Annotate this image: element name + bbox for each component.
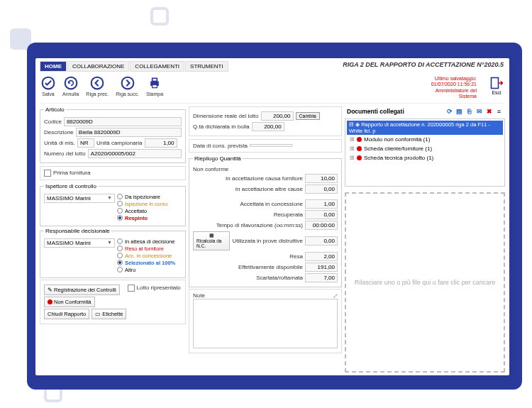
lotto-ripr-checkbox[interactable] bbox=[128, 285, 135, 292]
tab-collegamenti[interactable]: COLLEGAMENTI bbox=[130, 61, 184, 72]
recup-input[interactable]: 0,00 bbox=[305, 210, 338, 219]
delete-icon[interactable]: ✖ bbox=[485, 108, 493, 116]
next-row-button[interactable]: Riga succ. bbox=[116, 76, 139, 97]
documenti-title: Documenti collegati bbox=[347, 108, 404, 115]
acc-altre-input[interactable]: 0,00 bbox=[305, 184, 338, 194]
tree-item[interactable]: Modulo non conformità (1) bbox=[347, 135, 503, 144]
prima-label: Prima fornitura bbox=[53, 170, 90, 176]
doc-icon[interactable]: ▤ bbox=[455, 108, 463, 116]
label-icon: ▭ bbox=[95, 311, 101, 317]
dimensione-group: Dimensione reale del lotto200,00Cambia Q… bbox=[189, 106, 342, 136]
lotto-label: Numero del lotto bbox=[44, 150, 86, 157]
data-cons-input[interactable] bbox=[250, 144, 292, 147]
dim-input[interactable]: 200,00 bbox=[261, 111, 294, 121]
red-dot-icon bbox=[357, 137, 362, 142]
copy-icon[interactable]: ⎘ bbox=[465, 108, 473, 116]
svg-rect-6 bbox=[153, 85, 157, 88]
arrow-right-circle-icon bbox=[121, 76, 135, 90]
expand-icon[interactable]: ⤢ bbox=[333, 292, 338, 299]
registrazione-button[interactable]: ✎Registrazione dei Controlli bbox=[44, 285, 120, 295]
main-window: HOME COLLABORAZIONE COLLEGAMENTI STRUMEN… bbox=[35, 58, 509, 375]
ispettore-group: Ispettore di controllo MASSIMO Marini Da… bbox=[40, 183, 186, 226]
check-circle-icon bbox=[41, 76, 55, 90]
red-dot-icon bbox=[48, 299, 52, 304]
acc-conc-input[interactable]: 1,00 bbox=[305, 199, 338, 209]
ucamp-input[interactable]: 1,00 bbox=[145, 138, 177, 148]
articolo-group: Articolo Codice8820009D DescrizioneBiell… bbox=[40, 106, 186, 163]
scart-input[interactable]: 7,00 bbox=[305, 273, 338, 282]
documenti-tree: ⊟ ◈ Rapporto di accettazione n. 20200000… bbox=[345, 118, 505, 187]
codice-label: Codice bbox=[44, 118, 62, 125]
codice-input[interactable]: 8820009D bbox=[64, 117, 182, 126]
menu-icon[interactable]: ≡ bbox=[495, 108, 503, 116]
note-group: Note ⤢ bbox=[189, 289, 342, 353]
distr-input[interactable]: 0,00 bbox=[305, 236, 338, 246]
prima-fornitura-checkbox[interactable] bbox=[44, 170, 51, 177]
radio-attesa[interactable] bbox=[117, 238, 123, 244]
prima-fornitura-row: Prima fornitura bbox=[40, 166, 186, 180]
radio-accettato[interactable] bbox=[117, 208, 123, 214]
documenti-header: Documenti collegati ⟳ ▤ ⎘ ✉ ✖ ≡ bbox=[345, 106, 505, 117]
tab-strumenti[interactable]: STRUMENTI bbox=[185, 61, 228, 72]
mail-icon[interactable]: ✉ bbox=[475, 108, 483, 116]
save-button[interactable]: Salva bbox=[41, 76, 55, 97]
disp-input[interactable]: 191,00 bbox=[305, 263, 338, 272]
refresh-icon[interactable]: ⟳ bbox=[445, 108, 453, 116]
tempo-input[interactable]: 00:00:00 bbox=[305, 221, 338, 230]
lotto-ripr-label: Lotto ripresentato bbox=[137, 285, 181, 295]
radio-ispezione-corso[interactable] bbox=[117, 201, 123, 206]
um-label: Unità di mis. bbox=[44, 140, 75, 146]
radio-selezionato-100[interactable] bbox=[117, 260, 123, 265]
nonconformita-button[interactable]: Non Conformità bbox=[44, 297, 95, 307]
radio-reso[interactable] bbox=[117, 246, 123, 251]
radio-altro[interactable] bbox=[117, 267, 123, 272]
tree-root[interactable]: ⊟ ◈ Rapporto di accettazione n. 20200000… bbox=[347, 121, 503, 135]
qta-input[interactable]: 200,00 bbox=[252, 122, 284, 131]
etichette-button[interactable]: ▭Etichette bbox=[92, 309, 126, 319]
exit-button[interactable]: Esci bbox=[489, 76, 504, 95]
calc-icon: ▦ bbox=[209, 233, 214, 238]
prev-row-button[interactable]: Riga prec. bbox=[86, 76, 109, 97]
cambia-button[interactable]: Cambia bbox=[296, 112, 320, 120]
print-button[interactable]: Stampa bbox=[146, 76, 163, 97]
note-textarea[interactable] bbox=[193, 299, 338, 348]
descrizione-input[interactable]: Biella 8820009D bbox=[76, 128, 182, 137]
radio-respinto[interactable] bbox=[117, 215, 123, 221]
dim-label: Dimensione reale del lotto bbox=[193, 113, 259, 119]
responsabile-group: Responsabile decisionale MASSIMO Marini … bbox=[40, 228, 186, 278]
ricalcola-button[interactable]: ▦Ricalcola da N.C. bbox=[193, 231, 230, 251]
data-cons-label: Data di cons. prevista bbox=[193, 143, 248, 149]
pencil-icon: ✎ bbox=[48, 287, 52, 293]
lotto-input[interactable]: A2020/00005/002 bbox=[88, 149, 182, 158]
acc-forn-input[interactable]: 10,00 bbox=[305, 174, 338, 183]
radio-da-ispezionare[interactable] bbox=[117, 194, 123, 199]
exit-icon bbox=[489, 76, 504, 90]
responsabile-select[interactable]: MASSIMO Marini bbox=[44, 238, 115, 248]
svg-rect-5 bbox=[153, 78, 157, 81]
ispettore-select[interactable]: MASSIMO Marini bbox=[44, 194, 115, 203]
um-input[interactable]: NR bbox=[77, 138, 94, 148]
tab-collaborazione[interactable]: COLLABORAZIONE bbox=[67, 61, 129, 72]
page-title: RIGA 2 DEL RAPPORTO DI ACCETTAZIONE N°20… bbox=[343, 61, 504, 68]
descrizione-label: Descrizione bbox=[44, 129, 74, 136]
tree-item[interactable]: Scheda cliente/fornitore (1) bbox=[347, 144, 503, 153]
data-cons-group: Data di cons. prevista bbox=[189, 139, 342, 153]
chiudi-rapporto-button[interactable]: Chiudi Rapporto bbox=[44, 309, 89, 319]
tree-item[interactable]: Scheda tecnica prodotto (1) bbox=[347, 153, 503, 162]
riepilogo-group: Riepilogo Quantità Non conforme In accet… bbox=[189, 155, 342, 288]
file-dropzone[interactable]: Rilasciare uno o più file qui o fare cli… bbox=[345, 192, 505, 373]
svg-point-3 bbox=[121, 77, 133, 89]
red-dot-icon bbox=[357, 146, 362, 151]
resa-input[interactable]: 2,00 bbox=[305, 252, 338, 261]
qta-label: Q.tà dichiarata in bolla bbox=[193, 123, 250, 130]
actions-group: ✎Registrazione dei Controlli Lotto ripre… bbox=[40, 280, 186, 324]
last-save-info: Ultimo salvataggio: 01/07/2020 11:56:21 … bbox=[431, 76, 477, 100]
svg-point-1 bbox=[65, 77, 77, 89]
radio-acc-concessione[interactable] bbox=[117, 253, 123, 258]
tab-home[interactable]: HOME bbox=[40, 61, 67, 72]
toolbar: Salva Annulla Riga prec. Riga succ. Stam… bbox=[40, 72, 505, 104]
undo-circle-icon bbox=[64, 76, 78, 90]
note-label: Note bbox=[193, 292, 338, 299]
undo-button[interactable]: Annulla bbox=[62, 76, 79, 97]
svg-rect-7 bbox=[492, 78, 499, 89]
